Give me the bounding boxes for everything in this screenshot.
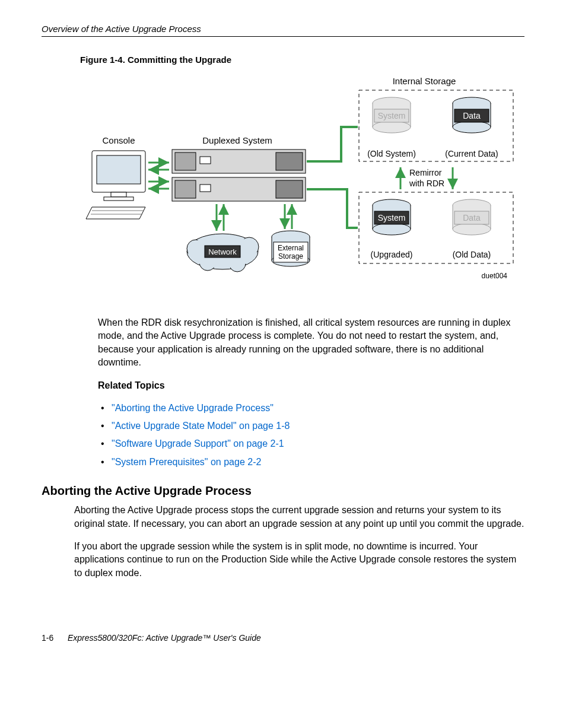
svg-text:Data: Data — [463, 111, 481, 120]
cylinder-system-old: System — [373, 97, 411, 133]
section-heading: Aborting the Active Upgrade Process — [42, 484, 524, 498]
label-internal-storage: Internal Storage — [393, 76, 456, 86]
server-bottom — [172, 177, 306, 201]
svg-text:System: System — [378, 111, 406, 120]
cylinder-system-upgraded: System — [373, 199, 411, 235]
svg-rect-32 — [111, 192, 126, 197]
svg-rect-42 — [276, 180, 303, 198]
svg-rect-31 — [97, 155, 141, 184]
page-number: 1-6 — [42, 633, 65, 643]
console-icon — [86, 151, 145, 219]
related-topics-heading: Related Topics — [98, 380, 524, 391]
body-para-1: When the RDR disk resychronization is fi… — [98, 316, 524, 370]
svg-text:System: System — [378, 213, 406, 222]
related-link-4[interactable]: •"System Prerequisites" on page 2-2 — [101, 453, 524, 471]
label-duplexed-system: Duplexed System — [202, 135, 272, 145]
label-old-system: (Old System) — [367, 149, 416, 158]
label-old-data: (Old Data) — [453, 250, 491, 259]
svg-rect-41 — [175, 180, 196, 198]
page-footer: 1-6 Express5800/320Fc: Active Upgrade™ U… — [42, 633, 524, 643]
label-remirror1: Remirror — [409, 168, 442, 177]
section-para-2: If you abort the upgrade session while t… — [74, 540, 524, 580]
svg-text:Network: Network — [208, 247, 237, 256]
section-para-1: Aborting the Active Upgrade process stop… — [74, 504, 524, 530]
related-links-list: •"Aborting the Active Upgrade Process" •… — [101, 399, 524, 472]
svg-rect-39 — [200, 157, 211, 164]
figure-diagram: Internal Storage System Dat — [68, 74, 524, 301]
server-top — [172, 150, 306, 173]
label-current-data: (Current Data) — [445, 149, 498, 158]
label-remirror2: with RDR — [409, 179, 444, 188]
svg-text:External: External — [278, 244, 304, 252]
label-upgraded: (Upgraded) — [371, 250, 413, 259]
svg-rect-43 — [200, 185, 211, 192]
svg-point-11 — [453, 121, 491, 133]
label-console: Console — [102, 135, 135, 145]
figure-ref: duet004 — [482, 272, 508, 280]
cylinder-data-old: Data — [453, 199, 491, 235]
cylinder-data-current: Data — [453, 97, 491, 133]
svg-point-4 — [373, 121, 411, 133]
svg-text:Storage: Storage — [278, 252, 303, 260]
footer-title: Express5800/320Fc: Active Upgrade™ User'… — [68, 633, 261, 643]
svg-rect-37 — [175, 152, 196, 170]
network-cloud: Network Network — [187, 234, 259, 272]
external-storage-cylinder: External Storage — [272, 231, 310, 266]
running-header: Overview of the Active Upgrade Process — [42, 24, 524, 37]
related-link-3[interactable]: •"Software Upgrade Support" on page 2-1 — [101, 435, 524, 453]
svg-rect-38 — [276, 152, 303, 170]
svg-rect-33 — [104, 197, 133, 201]
related-link-1[interactable]: •"Aborting the Active Upgrade Process" — [101, 399, 524, 417]
related-link-2[interactable]: •"Active Upgrade State Model" on page 1-… — [101, 417, 524, 435]
svg-point-20 — [373, 223, 411, 235]
figure-caption: Figure 1-4. Committing the Upgrade — [80, 55, 524, 65]
svg-point-27 — [453, 223, 491, 235]
svg-text:Data: Data — [463, 213, 481, 222]
